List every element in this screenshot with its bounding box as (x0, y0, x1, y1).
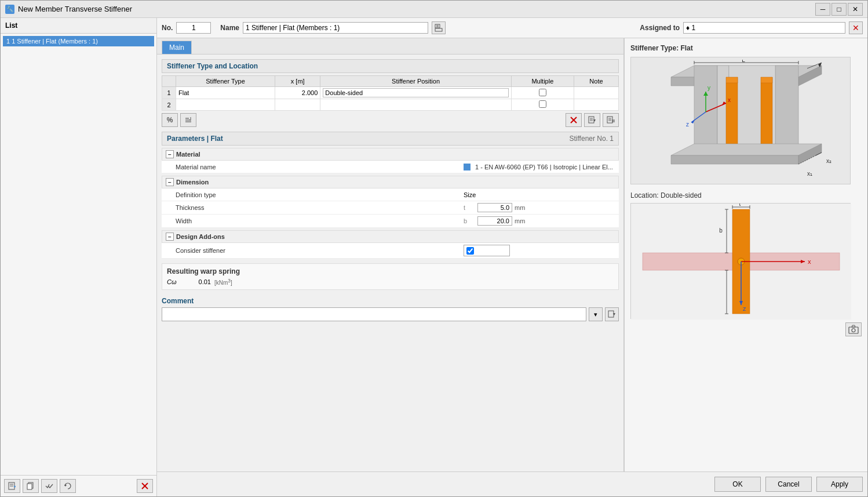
close-button[interactable]: ✕ (848, 3, 863, 16)
percent-button[interactable]: % (162, 113, 178, 127)
consider-stiffener-label: Consider stiffener (176, 247, 464, 254)
consider-stiffener-container (464, 245, 510, 256)
note-cell-2[interactable] (574, 99, 618, 111)
table-row: 2 (162, 99, 619, 111)
dimension-group-header[interactable]: − Dimension (162, 176, 619, 188)
2d-svg: t b (631, 204, 851, 320)
thickness-input[interactable] (477, 203, 512, 212)
export2-button[interactable] (603, 113, 619, 127)
name-input[interactable] (243, 22, 428, 34)
reload-button[interactable] (60, 479, 76, 493)
svg-text:x: x (808, 258, 811, 265)
cancel-button[interactable]: Cancel (765, 477, 812, 492)
col-x: x [m] (275, 76, 320, 87)
2d-visualization: t b (630, 203, 851, 319)
center-panel: Main Stiffener Type and Location Stiffen… (157, 38, 624, 471)
design-addons-header[interactable]: − Design Add-ons (162, 230, 619, 243)
warp-spring-row: Cω 0.01 [kNm3] (167, 278, 614, 286)
design-addons-section: − Design Add-ons Consider stiffener (162, 230, 619, 259)
main-window: 🔧 New Member Transverse Stiffener ─ □ ✕ … (0, 0, 868, 497)
assigned-group: Assigned to ✕ (640, 21, 863, 34)
width-input[interactable] (477, 216, 512, 226)
svg-marker-87 (852, 325, 855, 327)
material-section: − Material Material name 1 - EN AW-6060 … (162, 148, 619, 173)
camera-button[interactable] (845, 322, 862, 336)
stiffener-section-header: Stiffener Type and Location (162, 59, 619, 73)
content-area: Main Stiffener Type and Location Stiffen… (157, 38, 867, 471)
material-name-text[interactable]: 1 - EN AW-6060 (EP) T66 | Isotropic | Li… (475, 164, 613, 170)
svg-text:y: y (707, 85, 710, 91)
consider-stiffener-checkbox[interactable] (466, 247, 474, 255)
svg-marker-39 (726, 77, 738, 83)
stiffener-type-label: Stiffener Type: Flat (630, 44, 862, 52)
title-bar: 🔧 New Member Transverse Stiffener ─ □ ✕ (1, 1, 867, 18)
type-cell-1[interactable]: Flat (176, 87, 275, 99)
delete-list-button[interactable] (137, 479, 153, 493)
material-color-indicator (464, 164, 471, 170)
design-collapse-btn[interactable]: − (166, 233, 174, 241)
position-cell-1[interactable] (320, 87, 511, 99)
assigned-action-button[interactable]: ✕ (849, 21, 863, 34)
list-footer (1, 475, 156, 496)
width-row: Width b mm (162, 215, 619, 228)
minimize-button[interactable]: ─ (815, 3, 830, 16)
dimension-collapse-btn[interactable]: − (166, 178, 174, 186)
note-cell-1[interactable] (574, 87, 618, 99)
consider-stiffener-row: Consider stiffener (162, 243, 619, 259)
thickness-label: Thickness (176, 204, 464, 211)
material-group-header[interactable]: − Material (162, 148, 619, 161)
params-stiffener-no: Stiffener No. 1 (570, 135, 614, 143)
warp-spring-section: Resulting warp spring Cω 0.01 [kNm3] (162, 263, 619, 290)
copy-button[interactable] (23, 479, 39, 493)
position-cell-2[interactable] (320, 99, 511, 111)
main-content: List 1 1 Stiffener | Flat (Members : 1) (1, 18, 867, 496)
stiffener-table: Stiffener Type x [m] Stiffener Position … (162, 75, 619, 111)
type-cell-2[interactable] (176, 99, 275, 111)
maximize-button[interactable]: □ (831, 3, 847, 16)
warp-unit: [kNm3] (214, 278, 232, 286)
svg-marker-42 (671, 144, 822, 155)
col-position: Stiffener Position (320, 76, 511, 87)
tabs: Main (157, 38, 623, 55)
multiple-cell-1 (511, 87, 574, 99)
params-header: Parameters | Flat Stiffener No. 1 (162, 132, 619, 146)
svg-text:b: b (719, 227, 723, 234)
3d-visualization: x y z x₁ (630, 57, 851, 184)
x-cell-1[interactable]: 2.000 (275, 87, 320, 99)
edit-name-button[interactable] (432, 21, 446, 34)
assigned-input[interactable] (683, 22, 845, 34)
main-tab[interactable]: Main (162, 41, 192, 54)
width-shortkey: b (464, 217, 475, 224)
material-group-label: Material (176, 151, 200, 158)
list-item[interactable]: 1 1 Stiffener | Flat (Members : 1) (3, 36, 154, 46)
sort-button[interactable] (180, 113, 196, 127)
thickness-row: Thickness t mm (162, 201, 619, 215)
x-cell-2[interactable] (275, 99, 320, 111)
col-multiple: Multiple (511, 76, 574, 87)
svg-rect-28 (612, 119, 615, 122)
svg-text:z: z (743, 305, 746, 312)
no-input[interactable] (176, 22, 211, 34)
comment-dropdown[interactable]: ▾ (589, 307, 603, 321)
delete-row-button[interactable] (566, 113, 582, 127)
check-all-button[interactable] (41, 479, 57, 493)
material-collapse-btn[interactable]: − (166, 150, 174, 158)
material-name-label: Material name (176, 164, 464, 170)
svg-point-86 (852, 329, 855, 332)
export1-button[interactable] (584, 113, 600, 127)
multiple-checkbox-1[interactable] (539, 89, 546, 96)
comment-input-row: ▾ (162, 307, 619, 321)
svg-text:x: x (728, 97, 731, 103)
multiple-checkbox-2[interactable] (539, 100, 546, 108)
ok-button[interactable]: OK (714, 477, 761, 492)
design-addons-label: Design Add-ons (176, 233, 225, 240)
multiple-cell-2 (511, 99, 574, 111)
comment-input[interactable] (162, 307, 586, 321)
location-label: Location: Double-sided (630, 191, 862, 199)
row-num-2: 2 (162, 99, 176, 111)
new-button[interactable] (4, 479, 20, 493)
comment-action-button[interactable] (605, 307, 619, 321)
material-name-value: 1 - EN AW-6060 (EP) T66 | Isotropic | Li… (464, 164, 614, 170)
apply-button[interactable]: Apply (816, 477, 863, 492)
svg-marker-36 (775, 66, 798, 155)
